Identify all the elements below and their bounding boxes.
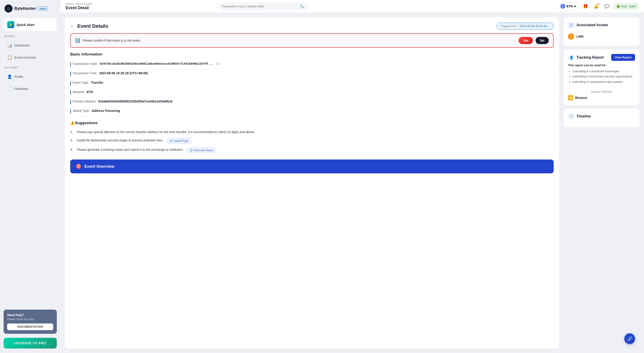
fab-icon: 🔗 bbox=[627, 336, 632, 341]
header: Home / Event Detail Event Detail 🔍 Ξ ETH… bbox=[60, 0, 644, 13]
time-label: Occurrence Time: bbox=[73, 71, 97, 75]
gift-button[interactable]: 🎁 bbox=[582, 2, 590, 10]
info-bar bbox=[70, 62, 71, 67]
alpha-badge: Alpha bbox=[38, 7, 48, 11]
info-bar bbox=[70, 90, 71, 95]
eth-asset-icon: Ξ bbox=[568, 22, 575, 29]
event-title-row: ← Event Details bbox=[70, 23, 108, 29]
documentation-button[interactable]: DOCUMENTATION bbox=[7, 323, 53, 330]
event-type-label: Event Type: bbox=[73, 81, 89, 84]
info-bar bbox=[70, 81, 71, 86]
feedback-label: Feedback bbox=[14, 87, 28, 91]
profile-label: Profile bbox=[14, 75, 23, 79]
asset-row-link: ₿ LINK bbox=[568, 32, 635, 41]
quick-start-icon: ⚡ bbox=[7, 21, 14, 28]
help-title: Need help? bbox=[7, 313, 53, 317]
yes-button[interactable]: Yes bbox=[518, 37, 533, 44]
binance-name: Binance bbox=[575, 96, 587, 100]
right-panel: Ξ Associated Assets ₿ LINK 👤 Tracking Re… bbox=[564, 17, 640, 348]
network-label: Network: bbox=[73, 90, 85, 94]
event-title: Event Details bbox=[77, 23, 108, 29]
no-button[interactable]: No bbox=[536, 37, 549, 44]
info-row-hash: Transaction Hash: 0x9738ca5a010620d4266e… bbox=[70, 60, 554, 69]
info-row-network: Network: ETH bbox=[70, 88, 554, 97]
dashboard-label: Dashboard bbox=[14, 44, 30, 47]
breadcrumb-page: Event Detail bbox=[76, 2, 92, 6]
center-panel: ← Event Details Triggered At 「2023-05-06… bbox=[65, 17, 559, 348]
risk-confirm-banner: ℹ️ Please confirm if this event is a ris… bbox=[70, 33, 554, 48]
sidebar-item-event-overview[interactable]: 📋 Event Overview bbox=[4, 52, 57, 63]
timeline-label: Timeline bbox=[576, 114, 591, 118]
install-plugin-link[interactable]: 🔗 Install Plugin bbox=[167, 138, 191, 144]
sidebar-item-profile[interactable]: 👤 Profile bbox=[4, 72, 57, 82]
suggestion-3: 3、 Please generate a tracking report and… bbox=[70, 146, 554, 155]
tracking-uses-list: Submitting to centralized exchanges subm… bbox=[568, 69, 635, 84]
suggestion-2-num: 2、 bbox=[70, 138, 75, 143]
main-wrapper: Home / Event Detail Event Detail 🔍 Ξ ETH… bbox=[60, 0, 644, 353]
search-icon: 🔍 bbox=[300, 4, 304, 9]
quick-start-button[interactable]: ⚡ Quick Start bbox=[4, 18, 57, 31]
notification-badge bbox=[598, 3, 599, 5]
appeal-channels-label: Appeal channels bbox=[568, 90, 635, 93]
view-report-button[interactable]: View Report bbox=[611, 54, 635, 61]
info-row-event-type: Event Type: Transfer bbox=[70, 79, 554, 88]
generate-report-link[interactable]: 🔗 Generate Report bbox=[187, 147, 216, 153]
event-overview-label: Event Overview bbox=[14, 56, 36, 59]
suggestions-title: ⚠️Suggestions bbox=[70, 121, 554, 125]
attacker-label: Primary Attacker: bbox=[73, 100, 96, 103]
back-button[interactable]: ← bbox=[70, 24, 75, 29]
info-bar bbox=[70, 100, 71, 104]
binance-channel[interactable]: ◈ Binance bbox=[568, 95, 635, 100]
sidebar-item-feedback[interactable]: 📄 Feedback bbox=[4, 84, 57, 94]
suggestion-3-num: 3、 bbox=[70, 147, 75, 152]
event-type-value: Transfer bbox=[91, 81, 103, 84]
breadcrumb-sep: / bbox=[74, 2, 75, 6]
suggestion-3-text: Please generate a tracking report and su… bbox=[77, 147, 184, 152]
sidebar-item-dashboard[interactable]: 📊 Dashboard bbox=[4, 40, 57, 51]
help-card: Need help? Please check our docs DOCUMEN… bbox=[4, 310, 57, 334]
overview-bar-label: Event Overview bbox=[84, 164, 114, 169]
content-area: ← Event Details Triggered At 「2023-05-06… bbox=[60, 13, 644, 353]
copy-icon[interactable]: ⧉ bbox=[217, 62, 219, 66]
event-overview-bar[interactable]: 🎯 Event Overview bbox=[70, 160, 554, 173]
event-details-header: ← Event Details Triggered At 「2023-05-06… bbox=[70, 23, 554, 30]
suggestion-2-text: Install the ByteHunter security plugin t… bbox=[77, 138, 164, 143]
search-bar[interactable]: 🔍 bbox=[218, 3, 308, 10]
hash-label: Transaction Hash: bbox=[73, 62, 98, 66]
info-row-attack-type: Attack Type: Address Poisoning bbox=[70, 107, 554, 116]
breadcrumb-row: Home / Event Detail bbox=[66, 2, 92, 6]
eth-network-selector[interactable]: Ξ ETH ▾ bbox=[558, 2, 579, 10]
tracking-report-header: 👤 Tracking Report View Report bbox=[568, 54, 635, 61]
tracking-report-title: 👤 Tracking Report bbox=[568, 54, 604, 61]
logo-icon: ⊙ bbox=[4, 5, 12, 13]
info-row-time: Occurrence Time: 2023-05-06 10:25:19 (UT… bbox=[70, 69, 554, 79]
tracking-use-1: Submitting to centralized exchanges bbox=[572, 69, 635, 74]
suggestion-1-text: Please pay special attention to the corr… bbox=[77, 130, 254, 134]
associated-assets-card: Ξ Associated Assets ₿ LINK bbox=[564, 17, 640, 46]
triggered-badge: Triggered At 「2023-05-06 10:25:18」 bbox=[497, 23, 554, 30]
attack-type-value: Address Poisoning bbox=[92, 109, 120, 113]
account-section-label: ACCOUNT bbox=[4, 65, 57, 70]
timeline-icon: 🕐 bbox=[568, 113, 575, 120]
notification-button[interactable]: 🔔 bbox=[592, 2, 600, 10]
wallet-button[interactable]: 🟢 0x3f...3a84 bbox=[614, 3, 639, 10]
info-bar bbox=[70, 72, 71, 76]
triggered-time: 「2023-05-06 10:25:18」 bbox=[517, 24, 550, 28]
event-overview-icon: 📋 bbox=[7, 55, 12, 60]
link-asset-name: LINK bbox=[576, 35, 584, 38]
eth-label: ETH bbox=[567, 5, 573, 8]
header-actions: Ξ ETH ▾ 🎁 🔔 💬 🟢 0x3f...3a84 bbox=[558, 2, 639, 10]
upgrade-to-pro-button[interactable]: UPGRADE TO PRO bbox=[4, 338, 57, 348]
attack-type-label: Attack Type: bbox=[73, 109, 90, 113]
time-value: 2023-05-06 10:25:19 (UTC+08:00) bbox=[99, 71, 148, 75]
message-button[interactable]: 💬 bbox=[603, 2, 611, 10]
search-input[interactable] bbox=[222, 5, 298, 8]
app-name: ByteHunter bbox=[14, 6, 36, 11]
board-section-label: BOARD bbox=[4, 33, 57, 39]
floating-action-button[interactable]: 🔗 bbox=[624, 333, 635, 344]
suggestion-1: 1、 Please pay special attention to the c… bbox=[70, 128, 554, 136]
suggestion-1-num: 1、 bbox=[70, 130, 75, 134]
wallet-icon: 🟢 bbox=[616, 5, 620, 8]
wallet-address: 0x3f...3a84 bbox=[622, 5, 636, 8]
tracking-report-card: 👤 Tracking Report View Report This repor… bbox=[564, 50, 640, 105]
